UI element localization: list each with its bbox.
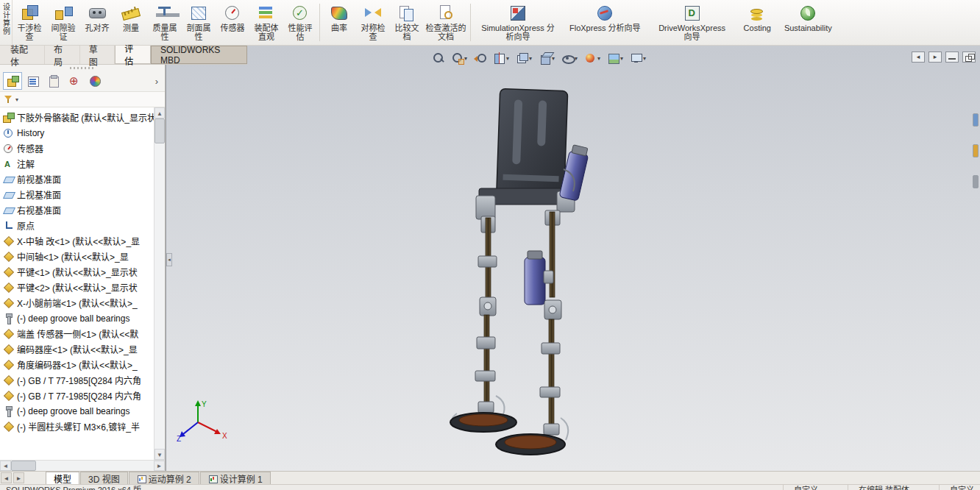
tree-item-root-assembly[interactable]: 下肢外骨骼装配 (默认<默认_显示状	[3, 110, 154, 125]
btn-label: Sustainability	[784, 24, 832, 32]
panel-tab-featuremanager[interactable]	[3, 72, 22, 90]
motion-study-icon	[137, 474, 146, 483]
pane-previous-button[interactable]: ◂	[912, 52, 925, 63]
tree-item-label: 平键<2> (默认<<默认>_显示状	[17, 281, 138, 294]
vertical-scrollbar-thumb[interactable]	[155, 118, 165, 143]
tree-item-component[interactable]: (-) 半圆柱头螺钉 M3×6,镀锌_半	[3, 419, 154, 434]
hud-zoom-area-button[interactable]: ▾	[449, 50, 469, 66]
btn-check-active-document[interactable]: 检查激活的文档	[424, 0, 468, 45]
part-icon	[3, 283, 14, 293]
tab-layout[interactable]: 布局	[45, 46, 80, 64]
costing-icon	[748, 4, 767, 21]
btn-driveworksxpress[interactable]: DriveWorksXpress 向导	[647, 0, 737, 45]
tree-item-component[interactable]: 平键<2> (默认<<默认>_显示状	[3, 280, 154, 295]
tree-item-history[interactable]: History	[3, 125, 154, 141]
tree-item-component[interactable]: 编码器座<1> (默认<<默认>_显	[3, 341, 154, 357]
panel-tab-propertymanager[interactable]	[24, 72, 43, 90]
tree-item-component[interactable]: (-) deep groove ball bearings	[3, 310, 154, 326]
tab-scroll-right-button[interactable]: ►	[13, 472, 24, 483]
btn-sensor[interactable]: 传感器	[216, 0, 249, 45]
tab-model[interactable]: 模型	[46, 472, 79, 484]
tab-label: 3D 视图	[88, 472, 120, 485]
vertical-scrollbar-track[interactable]	[155, 143, 165, 449]
btn-interference-check[interactable]: 干涉检查	[13, 0, 46, 45]
scroll-right-button[interactable]: ►	[154, 461, 165, 471]
tab-scroll-left-button[interactable]: ◄	[1, 472, 12, 483]
btn-hole-alignment[interactable]: 孔对齐	[80, 0, 114, 45]
btn-section-properties[interactable]: 剖面属性	[182, 0, 216, 45]
tree-item-component[interactable]: X-小腿前端<1> (默认<<默认>_	[3, 295, 154, 310]
tab-design-study-1[interactable]: 设计算例 1	[200, 472, 271, 484]
graphics-area[interactable]: ▾ ▾ ▾ ▾ ▾ ▾ ▾ ▾ ◂ ▸ ◄ Y X Z	[166, 46, 980, 471]
hud-apply-scene-button[interactable]: ▾	[605, 50, 625, 66]
panel-tab-configurationmanager[interactable]	[44, 72, 63, 90]
history-folder-icon	[3, 128, 14, 138]
status-customize[interactable]: 自定义	[783, 485, 818, 490]
tab-3d-views[interactable]: 3D 视图	[80, 472, 128, 484]
panel-tab-displaymanager[interactable]	[85, 72, 104, 90]
btn-sustainability[interactable]: Sustainability	[778, 0, 839, 45]
tree-item-component[interactable]: (-) GB / T 77-1985[Q284 内六角	[3, 388, 154, 403]
tree-item-component[interactable]: X-中轴 改<1> (默认<<默认>_显	[3, 233, 154, 249]
tree-item-component[interactable]: 平键<1> (默认<<默认>_显示状	[3, 264, 154, 280]
panel-collapse-arrow[interactable]: ◄	[166, 253, 172, 266]
scroll-left-button[interactable]: ◄	[0, 461, 11, 471]
status-customize-2[interactable]: 自定义	[939, 485, 974, 490]
horizontal-scrollbar-thumb[interactable]	[11, 461, 36, 471]
tree-item-annotations[interactable]: 注解	[3, 156, 154, 171]
tree-item-top-plane[interactable]: 上视基准面	[3, 187, 154, 202]
task-pane-tab-file-explorer-icon[interactable]	[973, 175, 979, 188]
window-restore-button[interactable]	[962, 52, 976, 63]
hud-view-orientation-button[interactable]: ▾	[514, 50, 534, 66]
hud-section-view-button[interactable]: ▾	[491, 50, 511, 66]
tree-item-front-plane[interactable]: 前视基准面	[3, 171, 154, 187]
task-pane-tab-resources-icon[interactable]	[973, 113, 979, 127]
exoskeleton-model[interactable]	[413, 81, 589, 464]
pane-next-button[interactable]: ▸	[928, 52, 942, 63]
tree-item-sensors[interactable]: 传感器	[3, 141, 154, 156]
hud-display-style-button[interactable]: ▾	[536, 50, 557, 66]
horizontal-scrollbar-track[interactable]	[36, 461, 154, 471]
btn-symmetry-check[interactable]: 对称检查	[356, 0, 390, 45]
tree-vertical-scrollbar[interactable]: ▲ ▼	[154, 107, 165, 460]
tab-sketch[interactable]: 草图	[80, 46, 116, 64]
tab-motion-study-2[interactable]: 运动算例 2	[129, 472, 199, 484]
hud-zoom-previous-button[interactable]	[472, 50, 489, 66]
collapsed-group-design-study[interactable]: 设计算例	[0, 0, 13, 45]
tab-assembly[interactable]: 装配体	[1, 46, 45, 64]
btn-measure[interactable]: 测量	[114, 0, 148, 45]
tree-filter[interactable]: ▾	[0, 91, 165, 107]
tree-item-label: 上视基准面	[17, 188, 61, 201]
tree-item-origin[interactable]: 原点	[3, 218, 154, 233]
tab-solidworks-mbd[interactable]: SOLIDWORKS MBD	[151, 46, 247, 64]
btn-simulationxpress[interactable]: SimulationXpress 分析向导	[473, 0, 563, 45]
hud-view-settings-button[interactable]: ▾	[628, 50, 648, 66]
tree-horizontal-scrollbar[interactable]: ◄ ►	[0, 460, 165, 471]
scroll-down-button[interactable]: ▼	[155, 449, 165, 460]
btn-assembly-visualization[interactable]: 装配体直观	[249, 0, 283, 45]
propertymanager-icon	[27, 75, 39, 87]
tree-item-component[interactable]: 角度编码器<1> (默认<<默认>_	[3, 357, 154, 372]
hud-hide-show-items-button[interactable]: ▾	[559, 50, 580, 66]
tree-item-component[interactable]: 中间轴<1> (默认<<默认>_显	[3, 249, 154, 264]
tree-item-component[interactable]: 端盖 传感器一侧<1> (默认<<默	[3, 326, 154, 341]
tab-evaluate[interactable]: 评估	[115, 46, 151, 64]
tree-item-component[interactable]: (-) GB / T 77-1985[Q284 内六角	[3, 372, 154, 388]
window-minimize-button[interactable]	[945, 52, 959, 63]
tree-item-label: History	[17, 128, 44, 138]
btn-floxpress[interactable]: FloXpress 分析向导	[563, 0, 647, 45]
btn-clearance-verification[interactable]: 间隙验证	[46, 0, 80, 45]
hud-edit-appearance-button[interactable]: ▾	[582, 50, 603, 66]
btn-curvature[interactable]: 曲率	[322, 0, 356, 45]
tree-item-component[interactable]: (-) deep groove ball bearings	[3, 403, 154, 419]
task-pane-tab-design-library-icon[interactable]	[973, 144, 979, 157]
btn-compare-documents[interactable]: 比较文档	[390, 0, 424, 45]
btn-performance-evaluation[interactable]: 性能评估	[283, 0, 317, 45]
btn-mass-properties[interactable]: 质量属性	[148, 0, 182, 45]
panel-flyout-button[interactable]: ›	[152, 76, 162, 87]
scroll-up-button[interactable]: ▲	[155, 107, 165, 118]
btn-costing[interactable]: Costing	[737, 0, 778, 45]
panel-tab-dimxpertmanager[interactable]	[65, 72, 84, 90]
hud-zoom-fit-button[interactable]	[430, 50, 447, 66]
tree-item-right-plane[interactable]: 右视基准面	[3, 202, 154, 218]
